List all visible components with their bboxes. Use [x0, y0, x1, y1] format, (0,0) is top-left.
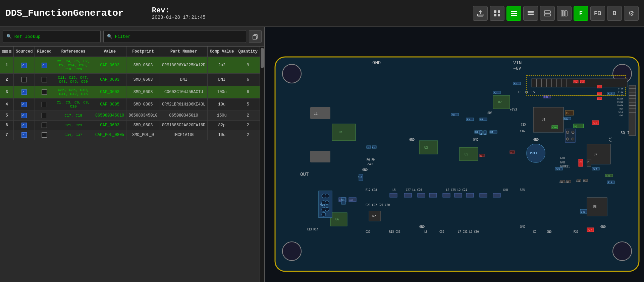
placed-checkbox[interactable] [42, 123, 47, 128]
sourced-checkbox[interactable] [21, 102, 27, 107]
split-view1-button[interactable] [540, 6, 555, 21]
placed-cell[interactable] [35, 86, 54, 98]
placed-checkbox[interactable] [42, 89, 47, 95]
grid-view-button[interactable] [490, 6, 504, 21]
table-row[interactable]: 7 C34, C37 CAP_POL_0805 SMD_POL_0 TMCP1A… [0, 130, 260, 140]
placed-cell[interactable] [35, 121, 54, 130]
compact-list-button[interactable] [523, 6, 538, 21]
svg-text:GND: GND [409, 138, 415, 141]
svg-point-147 [325, 194, 329, 198]
sourced-checkbox[interactable] [21, 123, 27, 128]
part-number-cell: GRM21BR61H106KE43L [160, 98, 208, 111]
placed-cell[interactable] [35, 98, 54, 111]
svg-text:R17: R17 [608, 92, 612, 95]
svg-text:C23 C22 C21 C20: C23 C22 C21 C20 [366, 204, 390, 207]
placed-cell[interactable] [35, 57, 54, 74]
sourced-cell[interactable] [14, 98, 35, 111]
svg-text:C27 L4 C26: C27 L4 C26 [406, 189, 422, 192]
front-back-button[interactable]: FB [590, 6, 605, 21]
sourced-cell[interactable] [14, 130, 35, 140]
pcb-view[interactable]: GND VIN ~6V SQ SQ-IN OUT GND GND GND GND… [265, 27, 644, 282]
table-row[interactable]: 4 C1, C3, C6, C8, C10 CAP_0805 SMD_0805 … [0, 98, 260, 111]
value-cell: CAP_0603 [93, 74, 126, 86]
sourced-checkbox[interactable] [21, 63, 27, 68]
placed-cell[interactable] [35, 130, 54, 140]
svg-text:~6V: ~6V [513, 66, 521, 71]
svg-text:C15: C15 [521, 123, 526, 126]
front-layer-button[interactable]: F [574, 6, 588, 21]
sourced-cell[interactable] [14, 57, 35, 74]
svg-text:-5V8: -5V8 [367, 163, 373, 166]
sourced-cell[interactable] [14, 74, 35, 86]
sourced-checkbox[interactable] [21, 113, 27, 118]
references-cell: C2, C4, C5, C7, C9, C14, C16, C19, C29 [54, 57, 93, 74]
svg-text:R8: R8 [452, 114, 454, 116]
svg-text:R4: R4 [475, 131, 478, 134]
ref-lookup-input[interactable] [3, 30, 101, 43]
svg-rect-7 [511, 13, 517, 14]
bom-table-wrapper[interactable]: Sourced Placed References Value Footprin… [0, 47, 260, 282]
vertical-scrollbar[interactable] [260, 47, 264, 282]
comp-value-cell: 150u [208, 111, 236, 121]
right-panel: GND VIN ~6V SQ SQ-IN OUT GND GND GND GND… [265, 27, 644, 282]
value-cell: CAP_0805 [93, 98, 126, 111]
sourced-cell[interactable] [14, 111, 35, 121]
svg-rect-10 [528, 12, 534, 13]
svg-text:GND: GND [372, 60, 381, 65]
sourced-cell[interactable] [14, 121, 35, 130]
table-row[interactable]: 6 C21, C23 CAP_0603 SMD_0603 GCM1885C2A8… [0, 121, 260, 130]
svg-rect-127 [493, 193, 500, 197]
sourced-checkbox[interactable] [21, 89, 27, 95]
scroll-thumb[interactable] [261, 48, 264, 68]
footprint-cell: SMD_0805 [126, 98, 160, 111]
value-cell: CAP_0603 [93, 121, 126, 130]
placed-checkbox[interactable] [42, 132, 47, 138]
table-row[interactable]: 1 C2, C4, C5, C7, C9, C14, C16, C19, C29… [0, 57, 260, 74]
svg-text:U1: U1 [542, 118, 545, 121]
svg-text:L5: L5 [392, 189, 396, 192]
col-index [0, 47, 14, 57]
placed-checkbox[interactable] [42, 63, 47, 68]
table-header-row: Sourced Placed References Value Footprin… [0, 47, 260, 57]
placed-cell[interactable] [35, 74, 54, 86]
svg-text:OUT: OUT [300, 171, 309, 177]
back-layer-button[interactable]: B [607, 6, 622, 21]
table-row[interactable]: 3 C35, C36, C40, C41, C42, C45 CAP_0603 … [0, 86, 260, 98]
svg-text:K1: K1 [533, 230, 537, 233]
placed-checkbox[interactable] [42, 102, 47, 107]
placed-checkbox[interactable] [42, 77, 47, 82]
svg-text:GND: GND [520, 225, 525, 228]
svg-point-219 [566, 131, 569, 134]
split-view2-button[interactable] [557, 6, 572, 21]
toolbar: F FB B ⚙ [473, 6, 639, 21]
svg-text:C50: C50 [583, 180, 587, 182]
sourced-checkbox[interactable] [21, 77, 27, 82]
svg-text:C36: C36 [597, 98, 601, 100]
filter-input[interactable] [103, 30, 246, 43]
col-footprint: Footprint [126, 47, 160, 57]
upload-button[interactable] [473, 6, 488, 21]
sourced-cell[interactable] [14, 86, 35, 98]
references-cell: C34, C37 [54, 130, 93, 140]
comp-value-cell: 100n [208, 86, 236, 98]
copy-button[interactable] [249, 30, 262, 43]
placed-checkbox[interactable] [42, 113, 47, 118]
sourced-checkbox[interactable] [21, 132, 27, 138]
list-view-button[interactable] [506, 6, 521, 21]
table-row[interactable]: 5 C17, C18 865080345010 865080345010 865… [0, 111, 260, 121]
row-number: 6 [0, 121, 14, 130]
svg-rect-12 [528, 16, 534, 16]
svg-rect-120 [404, 193, 412, 197]
settings-button[interactable]: ⚙ [624, 6, 639, 21]
svg-rect-5 [498, 14, 500, 16]
row-number: 7 [0, 130, 14, 140]
placed-cell[interactable] [35, 111, 54, 121]
svg-text:C34: C34 [574, 81, 577, 83]
svg-point-24 [282, 64, 301, 83]
svg-text:R3: R3 [514, 82, 517, 85]
svg-text:C8: C8 [372, 146, 375, 149]
col-value: Value [93, 47, 126, 57]
svg-text:F-EN: F-EN [619, 87, 624, 90]
table-row[interactable]: 2 C11, C15, C47, C48, C49, C50 CAP_0603 … [0, 74, 260, 86]
quantity-cell: 9 [236, 57, 260, 74]
